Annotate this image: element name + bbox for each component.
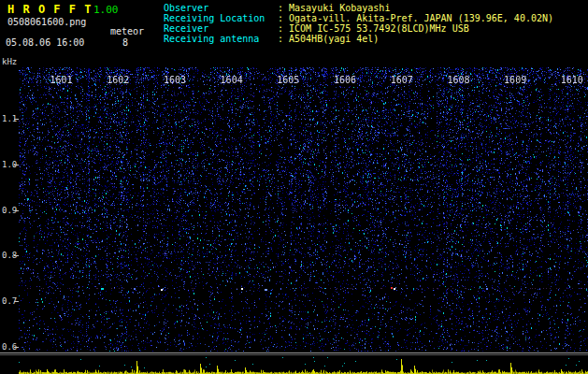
freq-tick-mark — [14, 347, 19, 348]
station-info-row: Receiver: ICOM IC-575 53.7492(8LCD)MHz U… — [164, 23, 469, 34]
separator-line-2 — [0, 354, 588, 355]
station-info-row: Observer: Masayuki Kobayashi — [164, 3, 390, 13]
station-info-value: : A504HB(yagi 4el) — [278, 34, 379, 44]
mode-label: meteor — [110, 26, 144, 36]
station-info-value: : ICOM IC-575 53.7492(8LCD)MHz USB — [278, 23, 469, 34]
freq-tick-mark — [14, 210, 19, 211]
separator-line — [0, 352, 588, 353]
app-title: H R O F F T — [7, 3, 92, 16]
app-version: 1.00 — [93, 4, 119, 16]
station-info-label: Receiver — [164, 23, 278, 34]
time-tick-label: 1606 — [334, 75, 356, 85]
signal-level-canvas — [19, 355, 588, 374]
time-tick-label: 1609 — [504, 75, 526, 85]
hrofft-screen: H R O F F T 1.00 0508061600.png meteor 0… — [0, 0, 588, 374]
time-tick-label: 1603 — [164, 75, 186, 85]
station-info-value: : Ogata-vill. Akita-Pref. JAPAN (139.96E… — [278, 13, 553, 23]
freq-tick-mark — [14, 119, 19, 120]
freq-tick-mark — [14, 255, 19, 256]
time-tick-label: 1605 — [277, 75, 299, 85]
freq-tick-mark — [14, 165, 19, 165]
time-tick-label: 1601 — [50, 75, 73, 85]
time-tick-label: 1602 — [107, 75, 129, 85]
station-info-row: Receiving Location: Ogata-vill. Akita-Pr… — [164, 13, 553, 23]
echo-count: 8 — [122, 37, 128, 48]
station-info-value: : Masayuki Kobayashi — [278, 3, 390, 13]
time-tick-label: 1604 — [221, 75, 243, 85]
station-info-label: Receiving Location — [164, 13, 278, 23]
station-info-label: Observer — [164, 3, 278, 13]
time-tick-label: 1608 — [447, 75, 469, 85]
time-tick-label: 1607 — [391, 75, 413, 85]
freq-axis-unit: kHz — [2, 57, 17, 66]
datetime-label: 05.08.06 16:00 — [6, 37, 84, 48]
freq-tick-mark — [14, 301, 19, 302]
time-tick-label: 1610 — [561, 75, 583, 85]
output-filename: 0508061600.png — [7, 17, 86, 27]
station-info-row: Receiving antenna: A504HB(yagi 4el) — [164, 34, 379, 44]
station-info-label: Receiving antenna — [164, 34, 278, 44]
spectrogram-canvas — [19, 67, 588, 352]
